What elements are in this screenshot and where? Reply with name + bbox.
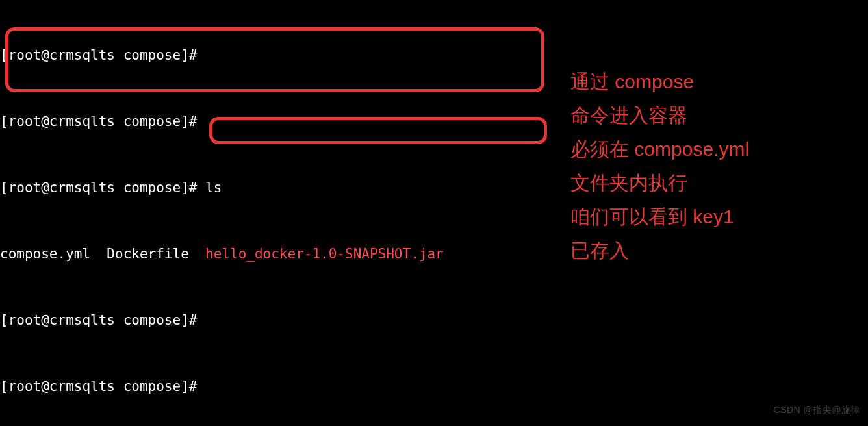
terminal-line: [root@crmsqlts compose]# — [0, 375, 868, 397]
prompt: [root@crmsqlts compose]# — [0, 180, 205, 195]
ls-output-files: compose.yml Dockerfile — [0, 246, 205, 262]
terminal-line: [root@crmsqlts compose]# — [0, 110, 868, 132]
jar-file: hello_docker-1.0-SNAPSHOT.jar — [205, 246, 444, 262]
terminal-line: [root@crmsqlts compose]# — [0, 44, 868, 66]
command-ls: ls — [205, 180, 222, 195]
terminal-line: [root@crmsqlts compose]# ls — [0, 177, 868, 199]
terminal-line: compose.yml Dockerfile hello_docker-1.0-… — [0, 243, 868, 265]
terminal[interactable]: [root@crmsqlts compose]# [root@crmsqlts … — [0, 0, 868, 426]
terminal-line: [root@crmsqlts compose]# — [0, 309, 868, 331]
watermark: CSDN @指尖@旋律 — [774, 399, 860, 421]
